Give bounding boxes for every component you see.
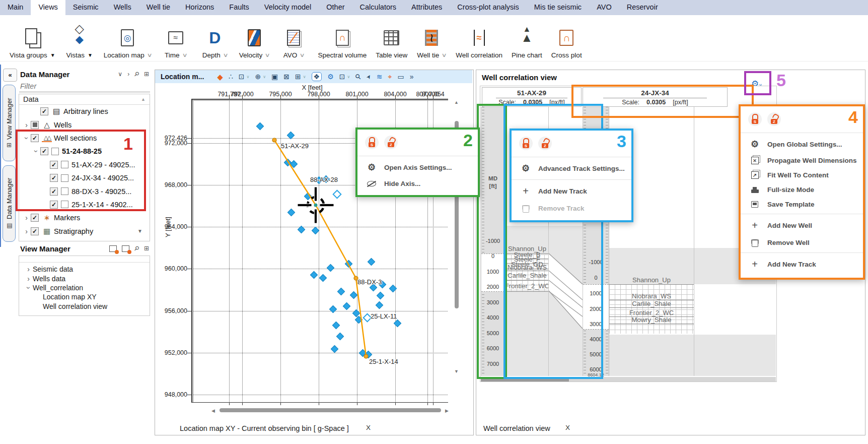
well-header-24-jx-34[interactable]: 24-JX-34 Scale: 0.0305 [px/ft] xyxy=(583,87,728,107)
vertical-tab-view-manager[interactable]: ⊞ View Manager xyxy=(3,85,16,161)
scrollbar-thumb[interactable] xyxy=(481,377,569,382)
checkbox-partial[interactable] xyxy=(31,121,39,129)
scale-lock-icon[interactable]: S xyxy=(519,137,533,150)
tree-item-stratigraphy[interactable]: ›▦Stratigraphy▼ xyxy=(19,225,150,238)
dropdown-chevron-icon[interactable]: ∨ xyxy=(347,75,350,79)
correlation-scrollbar[interactable] xyxy=(481,377,776,382)
dropdown-chevron-icon[interactable]: ∨ xyxy=(300,52,305,58)
marker-line-carlile-shale[interactable] xyxy=(609,307,694,308)
checkbox-checked[interactable] xyxy=(31,214,39,222)
map-bottom-tab[interactable]: Location map XY - Current observing bin … xyxy=(180,424,349,432)
layers-icon[interactable]: ≋ xyxy=(377,73,383,80)
dropdown-chevron-icon[interactable]: ∨ xyxy=(303,75,306,79)
menu-item-propagate-well-dimensions[interactable]: Propagate Well Dimensions xyxy=(741,153,863,168)
checkbox-empty[interactable] xyxy=(61,201,68,208)
checkbox-checked[interactable] xyxy=(50,201,58,209)
marker-line-frontier-2-wc[interactable] xyxy=(505,291,549,292)
menu-tab-well-tie[interactable]: Well tie xyxy=(139,0,178,15)
scale-lock-icon[interactable]: S xyxy=(365,136,379,149)
menu-tab-reservoir[interactable]: Reservoir xyxy=(619,0,666,15)
sort-asc-icon[interactable]: ▲ xyxy=(141,97,146,102)
pin-icon[interactable]: ⚲ xyxy=(132,244,140,252)
dropdown-chevron-icon[interactable]: ∨ xyxy=(265,52,270,58)
menu-tab-faults[interactable]: Faults xyxy=(222,0,257,15)
menu-tab-velocity-model[interactable]: Velocity model xyxy=(257,0,319,15)
sidebar-collapse-button[interactable]: « xyxy=(3,69,17,82)
tree-item-24-jx-34-49025[interactable]: 24-JX-34 - 49025... xyxy=(19,171,150,184)
tree-item-25-1-x-14-4902[interactable]: 25-1-X-14 - 4902... xyxy=(19,198,150,211)
copy-icon[interactable]: ⊞ xyxy=(295,73,301,80)
scroll-right-icon[interactable]: ▶ xyxy=(445,409,449,413)
toolbar-item-location-map[interactable]: Location map∨ xyxy=(104,25,152,59)
menu-item-open-axis-settings[interactable]: ⚙Open Axis Settings... xyxy=(357,158,478,176)
toolbar-item-vistas[interactable]: Vistas▼ xyxy=(64,25,95,59)
scale-lock-icon[interactable]: S xyxy=(748,112,762,126)
menu-item-add-new-track[interactable]: +Add New Track xyxy=(741,255,863,274)
toolbar-item-time[interactable]: Time∨ xyxy=(161,25,191,59)
menu-tab-avo[interactable]: AVO xyxy=(589,0,619,15)
menu-item-add-new-track[interactable]: +Add New Track xyxy=(512,182,631,201)
menu-item-advanced-track-settings[interactable]: ⚙Advanced Track Settings... xyxy=(512,159,631,177)
menu-item-open-global-settings[interactable]: ⚙Open Global Settings... xyxy=(741,135,863,153)
expander-icon[interactable]: › xyxy=(25,283,33,292)
dropdown-chevron-icon[interactable]: ∨ xyxy=(263,75,266,79)
menu-item-add-new-well[interactable]: +Add New Well xyxy=(741,216,863,235)
pan-icon[interactable]: ❖ xyxy=(312,72,322,81)
checkbox-checked[interactable] xyxy=(31,134,39,142)
expander-icon[interactable]: › xyxy=(23,134,31,142)
float-icon[interactable]: ⊞ xyxy=(144,71,149,78)
toolbar-item-depth[interactable]: Depth∨ xyxy=(200,25,230,59)
well-header-51-ax-29[interactable]: 51-AX-29 Scale: 0.0305 [px/ft] xyxy=(482,87,582,107)
zoom-lock-icon[interactable]: Z xyxy=(767,112,781,126)
remove-view-icon[interactable] xyxy=(122,245,129,252)
expander-icon[interactable]: › xyxy=(24,275,33,283)
search-icon[interactable]: ⚲ xyxy=(354,72,363,81)
crosshair-icon[interactable]: ⌖ xyxy=(388,73,392,80)
filter-input[interactable] xyxy=(19,81,150,92)
dropdown-caret-icon[interactable]: ▼ xyxy=(88,52,93,58)
dropdown-chevron-icon[interactable]: ∨ xyxy=(442,52,447,58)
menu-tab-horizons[interactable]: Horizons xyxy=(178,0,222,15)
menu-tab-wells[interactable]: Wells xyxy=(106,0,139,15)
view-item-location-map-xy[interactable]: Location map XY xyxy=(19,292,150,301)
menu-item-full-size-mode[interactable]: Full-size Mode xyxy=(741,182,863,197)
expander-icon[interactable]: › xyxy=(22,227,31,235)
toolbar-item-cross-plot[interactable]: Cross plot xyxy=(551,25,582,59)
scroll-up-icon[interactable]: ▲ xyxy=(454,100,459,105)
export-icon[interactable]: ⊠ xyxy=(283,73,290,80)
add-view-icon[interactable] xyxy=(109,245,117,252)
dropdown-chevron-icon[interactable]: ∨ xyxy=(147,52,152,58)
menu-tab-calculators[interactable]: Calculators xyxy=(352,0,404,15)
points-icon[interactable]: ∴ xyxy=(229,73,233,80)
expander-icon[interactable]: › xyxy=(22,214,31,222)
toolbar-item-spectral-volume[interactable]: Spectral volume xyxy=(318,25,367,59)
comment-icon[interactable]: ▭ xyxy=(397,73,404,80)
vertical-tab-data-manager[interactable]: ▥ Data Manager xyxy=(3,165,16,242)
zoom-lock-icon[interactable]: Z xyxy=(384,136,398,149)
tree-item-88-dx-3-49025[interactable]: 88-DX-3 - 49025... xyxy=(19,184,150,198)
zoom-area-icon[interactable]: ⊡ xyxy=(239,73,245,80)
checkbox-checked[interactable] xyxy=(31,227,39,235)
expander-icon[interactable]: › xyxy=(24,265,33,273)
marker-line-mowry-shale[interactable] xyxy=(609,324,694,324)
checkbox-empty[interactable] xyxy=(61,174,68,182)
expander-icon[interactable]: › xyxy=(22,121,31,129)
scroll-left-icon[interactable]: ◀ xyxy=(211,409,215,413)
scroll-down-icon[interactable]: ▼ xyxy=(454,369,459,374)
menu-tab-mis-tie-seismic[interactable]: Mis tie seismic xyxy=(527,0,589,15)
float-icon[interactable]: ⊞ xyxy=(144,245,149,252)
tree-item-markers[interactable]: ›∗Markers xyxy=(19,211,150,224)
toolbar-item-vista-groups[interactable]: Vista groups▼ xyxy=(10,25,55,59)
toolbar-item-well-tie[interactable]: Well tie∨ xyxy=(416,25,447,59)
menu-item-fit-well-to-content[interactable]: Fit Well To Content xyxy=(741,168,863,182)
palette-icon[interactable]: ◆ xyxy=(217,73,223,81)
checkbox-checked[interactable] xyxy=(40,107,48,115)
checkbox-empty[interactable] xyxy=(61,161,68,168)
checkbox-checked[interactable] xyxy=(40,147,48,155)
dropdown-chevron-icon[interactable]: ∨ xyxy=(223,52,228,58)
collapse-chevron-icon[interactable]: ∨ xyxy=(118,71,122,78)
pointer-icon[interactable]: ➤ xyxy=(365,73,372,80)
view-item-wells-data[interactable]: ›Wells data xyxy=(19,274,150,283)
checkbox-empty[interactable] xyxy=(61,187,68,195)
expand-arrow-icon[interactable]: › xyxy=(127,71,129,78)
